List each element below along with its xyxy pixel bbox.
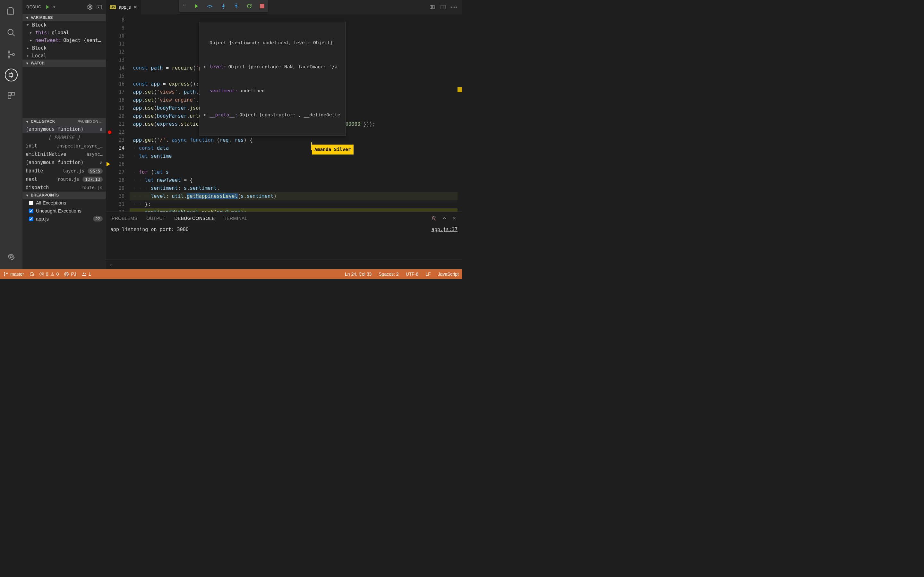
status-branch[interactable]: master: [3, 271, 24, 277]
debug-console-toggle-icon[interactable]: [96, 4, 102, 10]
variables-header[interactable]: ▼ VARIABLES: [23, 14, 106, 21]
svg-point-9: [89, 6, 91, 8]
close-icon[interactable]: ✕: [134, 5, 137, 10]
code-area[interactable]: const path = require('path');const app =…: [129, 14, 462, 211]
callstack-frame[interactable]: dispatchroute.js: [23, 183, 106, 192]
split-editor-icon[interactable]: [440, 4, 446, 10]
watch-header[interactable]: ▼ WATCH: [23, 60, 106, 67]
tab-appjs[interactable]: JS app.js ✕: [106, 0, 142, 14]
scope-block-2[interactable]: ▶ Block: [23, 44, 106, 52]
status-cursor[interactable]: Ln 24, Col 33: [345, 271, 372, 277]
console-line: app listening on port: 3000: [110, 227, 189, 258]
status-eol[interactable]: LF: [425, 271, 431, 277]
svg-point-3: [13, 53, 15, 55]
scope-local[interactable]: ▶ Local: [23, 52, 106, 60]
tab-problems[interactable]: PROBLEMS: [111, 214, 137, 223]
warning-icon: ⚠: [50, 271, 55, 277]
clear-console-icon[interactable]: [431, 216, 436, 221]
breakpoint-item[interactable]: All Exceptions: [23, 199, 106, 207]
callstack-frame[interactable]: initinspector_async_…: [23, 142, 106, 150]
variable-newtweet[interactable]: ▶ newTweet: Object {sent…: [23, 37, 106, 44]
scope-block[interactable]: ▼ Block: [23, 21, 106, 29]
variables-body: ▼ Block ▶ this: global ▶ newTweet: Objec…: [23, 21, 106, 60]
step-over-icon[interactable]: [207, 3, 213, 9]
callstack-frame[interactable]: (anonymous function)a: [23, 158, 106, 167]
status-language[interactable]: JavaScript: [438, 271, 459, 277]
svg-point-16: [236, 3, 236, 4]
editor[interactable]: 8910111213141516171819202122232425262728…: [106, 14, 462, 211]
activity-bar: [0, 0, 23, 269]
svg-point-18: [4, 272, 5, 273]
tab-terminal[interactable]: TERMINAL: [224, 214, 247, 223]
callstack-promise: [ PROMISE ]: [23, 133, 106, 142]
start-debug-icon[interactable]: [45, 5, 50, 10]
breakpoints-body: All ExceptionsUncaught Exceptionsapp.js2…: [23, 199, 106, 223]
breakpoint-item[interactable]: app.js22: [23, 215, 106, 223]
panel-chevron-up-icon[interactable]: [442, 216, 447, 221]
debug-config-dropdown-icon[interactable]: ▾: [53, 5, 55, 9]
tab-output[interactable]: OUTPUT: [146, 214, 165, 223]
main-area: JS app.js ✕ ••• 891011121314151617181920…: [106, 0, 462, 269]
gutter[interactable]: 8910111213141516171819202122232425262728…: [106, 14, 129, 211]
search-icon[interactable]: [3, 25, 19, 40]
chevron-right-icon[interactable]: ▶: [204, 63, 208, 71]
chevron-right-icon[interactable]: ▶: [204, 111, 208, 119]
console-output[interactable]: app listening on port: 3000 app.js:37: [106, 225, 462, 259]
more-icon[interactable]: •••: [451, 5, 457, 10]
extensions-icon[interactable]: [3, 88, 19, 103]
svg-point-14: [210, 7, 210, 8]
minimap-marker: [457, 87, 462, 92]
breakpoint-line-badge: 22: [93, 216, 103, 221]
debug-toolbar[interactable]: ⠿: [179, 0, 268, 12]
breakpoint-checkbox[interactable]: [29, 209, 33, 213]
breakpoint-checkbox[interactable]: [29, 201, 33, 205]
svg-rect-12: [433, 5, 435, 9]
status-encoding[interactable]: UTF-8: [406, 271, 419, 277]
stop-icon[interactable]: [260, 4, 264, 8]
debug-icon[interactable]: [5, 69, 18, 81]
breakpoint-label: app.js: [36, 216, 49, 221]
status-indent[interactable]: Spaces: 2: [379, 271, 399, 277]
svg-point-21: [66, 273, 67, 275]
continue-icon[interactable]: [194, 3, 199, 9]
callstack-frame[interactable]: (anonymous function)a: [23, 125, 106, 133]
explorer-icon[interactable]: [3, 3, 19, 19]
breakpoint-checkbox[interactable]: [29, 217, 33, 221]
callstack-frame[interactable]: handlelayer.js95:5: [23, 167, 106, 175]
console-source-link[interactable]: app.js:37: [431, 227, 457, 258]
callstack-header[interactable]: ▼ CALL STACK PAUSED ON …: [23, 118, 106, 125]
panel-close-icon[interactable]: ✕: [452, 216, 456, 221]
callstack-title: CALL STACK: [31, 119, 55, 124]
debug-sidebar: DEBUG ▾ ▼ VARIABLES ▼ Block ▶ this: glob…: [23, 0, 106, 269]
breakpoints-header[interactable]: ▼ BREAKPOINTS: [23, 192, 106, 199]
callstack-frame[interactable]: emitInitNativeasync…: [23, 150, 106, 158]
drag-handle-icon[interactable]: ⠿: [183, 4, 186, 9]
watch-body: [23, 67, 106, 118]
status-liveshare[interactable]: PJ: [64, 271, 76, 277]
liveshare-cursor-label: Amanda Silver: [312, 145, 354, 155]
minimap[interactable]: [457, 14, 462, 211]
source-control-icon[interactable]: [3, 47, 19, 62]
status-sync[interactable]: [29, 271, 34, 277]
tab-debugconsole[interactable]: DEBUG CONSOLE: [174, 214, 215, 223]
status-liveshare-participants[interactable]: 1: [81, 271, 91, 277]
settings-gear-icon[interactable]: [3, 249, 19, 264]
repl-input-row[interactable]: ›: [106, 259, 462, 269]
error-icon: ✕: [39, 272, 44, 276]
status-problems[interactable]: ✕0 ⚠0: [39, 271, 59, 277]
callstack-frame[interactable]: nextroute.js137:13: [23, 175, 106, 183]
chevron-down-icon: ▼: [25, 193, 29, 197]
debug-gear-icon[interactable]: [87, 4, 93, 10]
restart-icon[interactable]: [246, 3, 252, 9]
breakpoints-title: BREAKPOINTS: [31, 193, 59, 197]
breakpoint-item[interactable]: Uncaught Exceptions: [23, 207, 106, 215]
editor-tabs: JS app.js ✕ •••: [106, 0, 462, 14]
variable-this[interactable]: ▶ this: global: [23, 29, 106, 37]
debug-hover-tooltip[interactable]: Object {sentiment: undefined, level: Obj…: [200, 22, 346, 136]
step-out-icon[interactable]: [234, 3, 239, 9]
panel-tabs: PROBLEMS OUTPUT DEBUG CONSOLE TERMINAL ✕: [106, 212, 462, 225]
step-into-icon[interactable]: [221, 3, 226, 9]
svg-point-23: [83, 272, 84, 274]
compare-changes-icon[interactable]: [429, 4, 435, 10]
tab-label: app.js: [119, 5, 131, 10]
